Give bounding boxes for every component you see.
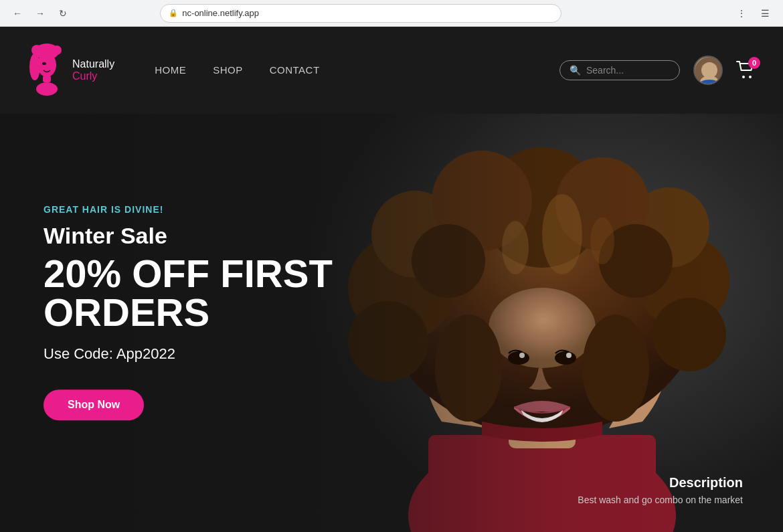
logo-icon bbox=[27, 43, 67, 97]
svg-point-2 bbox=[52, 46, 62, 55]
nav-item-home[interactable]: HOME bbox=[155, 64, 186, 76]
logo-curly: Curly bbox=[72, 70, 114, 82]
nav-item-shop[interactable]: SHOP bbox=[213, 64, 243, 76]
logo-link[interactable]: Naturally Curly bbox=[27, 43, 114, 97]
logo-text: Naturally Curly bbox=[72, 58, 114, 82]
nav-item-contact[interactable]: CONTACT bbox=[270, 64, 320, 76]
cart-badge: 0 bbox=[748, 57, 760, 69]
website: Naturally Curly HOME SHOP CONTACT 🔍 bbox=[0, 27, 783, 532]
svg-rect-4 bbox=[43, 76, 51, 82]
hero-code-text: Use Code: App2022 bbox=[44, 345, 365, 363]
svg-point-7 bbox=[42, 62, 46, 65]
search-icon: 🔍 bbox=[570, 65, 581, 76]
hero-section: GREAT HAIR IS DIVINE! Winter Sale 20% OF… bbox=[0, 114, 783, 532]
svg-point-6 bbox=[36, 82, 58, 96]
nav-link-shop[interactable]: SHOP bbox=[213, 64, 243, 76]
hero-subtitle: GREAT HAIR IS DIVINE! bbox=[44, 204, 365, 215]
navbar: Naturally Curly HOME SHOP CONTACT 🔍 bbox=[0, 27, 783, 114]
forward-button[interactable]: → bbox=[31, 4, 50, 23]
nav-link-home[interactable]: HOME bbox=[155, 64, 186, 76]
logo-naturally: Naturally bbox=[72, 58, 114, 70]
description-text: Best wash and go combo on the market bbox=[578, 495, 743, 505]
browser-menu-button[interactable]: ⋮ bbox=[732, 4, 751, 23]
nav-right: 🔍 bbox=[559, 56, 756, 85]
avatar-svg bbox=[695, 57, 723, 85]
shop-now-button[interactable]: Shop Now bbox=[44, 389, 144, 420]
browser-nav-buttons: ← → ↻ bbox=[8, 4, 72, 23]
description-overlay: Description Best wash and go combo on th… bbox=[578, 475, 743, 505]
address-bar[interactable]: 🔒 nc-online.netlify.app bbox=[160, 4, 561, 23]
search-bar[interactable]: 🔍 bbox=[559, 60, 680, 80]
svg-point-13 bbox=[749, 76, 752, 78]
nav-links: HOME SHOP CONTACT bbox=[155, 64, 319, 76]
avatar-image bbox=[695, 57, 721, 84]
hero-title: Winter Sale bbox=[44, 223, 365, 249]
hero-sale-text: 20% OFF FIRST ORDERS bbox=[44, 254, 365, 332]
cart-button[interactable]: 0 bbox=[736, 61, 756, 80]
lock-icon: 🔒 bbox=[169, 9, 178, 17]
browser-actions: ⋮ ☰ bbox=[732, 4, 775, 23]
url-text: nc-online.netlify.app bbox=[182, 8, 259, 18]
reload-button[interactable]: ↻ bbox=[54, 4, 72, 23]
hero-content: GREAT HAIR IS DIVINE! Winter Sale 20% OF… bbox=[44, 204, 365, 420]
svg-point-9 bbox=[703, 62, 715, 74]
svg-point-5 bbox=[29, 54, 40, 80]
back-button[interactable]: ← bbox=[8, 4, 27, 23]
browser-sidebar-button[interactable]: ☰ bbox=[756, 4, 775, 23]
description-title: Description bbox=[578, 475, 743, 491]
browser-chrome: ← → ↻ 🔒 nc-online.netlify.app ⋮ ☰ bbox=[0, 0, 783, 27]
svg-point-1 bbox=[31, 45, 42, 56]
svg-point-12 bbox=[742, 76, 745, 78]
nav-link-contact[interactable]: CONTACT bbox=[270, 64, 320, 76]
avatar-button[interactable] bbox=[693, 56, 723, 85]
svg-point-3 bbox=[37, 53, 56, 77]
search-input[interactable] bbox=[586, 65, 670, 76]
